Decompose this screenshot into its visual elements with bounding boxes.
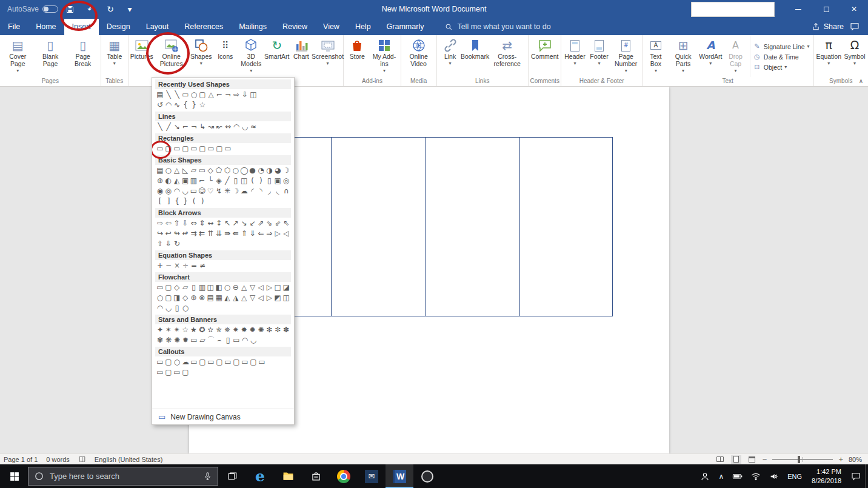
shape-icon[interactable]: ◈ [215, 176, 223, 186]
redo-button[interactable]: ↻ [104, 4, 116, 14]
shape-icon[interactable]: ◑ [265, 165, 273, 176]
volume-icon[interactable] [765, 464, 783, 488]
shape-icon[interactable]: ⊕ [190, 293, 198, 303]
shape-icon[interactable]: ¬ [224, 90, 232, 100]
shape-icon[interactable]: ↭ [224, 122, 232, 132]
bookmark-button[interactable]: Bookmark [462, 36, 488, 77]
shape-icon[interactable]: △ [173, 165, 181, 176]
shape-icon[interactable]: ⬡ [223, 165, 232, 176]
shape-icon[interactable]: ▥ [198, 282, 206, 293]
shape-icon[interactable]: ⌐ [181, 122, 190, 132]
zoom-level[interactable]: 80% [849, 456, 862, 463]
app-icon-edge[interactable]: e [246, 464, 274, 488]
shape-icon[interactable]: ○ [173, 357, 181, 367]
shape-icon[interactable]: ◇ [173, 282, 181, 293]
shape-icon[interactable]: ⇩ [181, 218, 190, 229]
shape-icon[interactable]: ⇔ [190, 218, 198, 229]
shape-icon[interactable]: ✹ [249, 325, 257, 335]
shape-icon[interactable]: ⇨ [156, 218, 164, 229]
shape-icon[interactable]: ☺ [198, 186, 206, 196]
shape-icon[interactable]: ◫ [206, 282, 215, 293]
shape-icon[interactable]: ▭ [173, 367, 181, 378]
shape-icon[interactable]: ∿ [173, 100, 181, 110]
shape-icon[interactable]: ⊕ [156, 176, 164, 186]
shape-icon[interactable]: ≠ [198, 261, 207, 271]
autosave-toggle[interactable]: AutoSave [7, 5, 58, 13]
shape-icon[interactable]: ▯ [224, 335, 232, 346]
shape-icon[interactable]: ▯ [190, 282, 198, 293]
shape-icon[interactable]: ⌒ [207, 335, 215, 346]
shape-icon[interactable]: ◎ [282, 176, 290, 186]
shape-icon[interactable]: ◇ [206, 165, 215, 176]
shape-icon[interactable]: ▭ [173, 144, 181, 154]
shape-icon[interactable]: △ [240, 293, 249, 303]
shape-icon[interactable]: ☽ [282, 165, 290, 176]
undo-button[interactable]: ↶ [85, 4, 97, 14]
shape-icon[interactable]: ∩ [282, 186, 290, 196]
shape-icon[interactable]: ╲ [173, 90, 181, 100]
people-button[interactable] [696, 464, 714, 488]
page-indicator[interactable]: Page 1 of 1 [4, 456, 38, 463]
zoom-slider-thumb[interactable] [798, 456, 800, 463]
show-desktop-button[interactable] [865, 464, 868, 488]
shape-icon[interactable]: ↗ [232, 218, 240, 229]
shape-icon[interactable]: ◁ [257, 293, 265, 303]
shape-icon[interactable]: ( [249, 176, 257, 186]
shape-icon[interactable]: ◞ [265, 186, 273, 196]
shape-icon[interactable]: ⇩ [164, 239, 173, 249]
shape-icon[interactable]: } [190, 100, 198, 110]
shape-icon[interactable]: ▢ [164, 282, 173, 293]
share-button[interactable]: Share [812, 22, 844, 31]
shape-icon[interactable]: ◡ [164, 303, 173, 313]
shape-icon[interactable]: ≈ [249, 122, 258, 132]
shape-icon[interactable]: ▯ [173, 303, 181, 313]
shape-icon[interactable]: ☆ [181, 325, 190, 335]
shape-icon[interactable]: ◠ [241, 335, 249, 346]
shape-icon[interactable]: ▭ [224, 357, 232, 367]
shape-icon[interactable]: ▯ [265, 176, 273, 186]
online-pictures-button[interactable]: Online Pictures [154, 36, 189, 77]
wordart-button[interactable]: A WordArt ▾ [698, 36, 723, 77]
task-view-button[interactable] [218, 464, 246, 488]
shape-icon[interactable]: ◪ [282, 282, 290, 293]
app-icon-other[interactable] [413, 464, 441, 488]
zoom-out-button[interactable]: − [763, 455, 767, 464]
page-break-button[interactable]: ▯ Page Break [67, 36, 99, 77]
drop-cap-button[interactable]: A Drop Cap ▾ [723, 36, 748, 77]
tab-help[interactable]: Help [347, 19, 379, 35]
shape-icon[interactable]: { [173, 196, 181, 207]
shape-icon[interactable]: ⇧ [156, 239, 164, 249]
shape-icon[interactable]: ) [257, 176, 265, 186]
shape-icon[interactable]: ▭ [207, 144, 215, 154]
shape-icon[interactable]: ] [164, 196, 173, 207]
tab-mailings[interactable]: Mailings [231, 19, 275, 35]
shape-icon[interactable]: ◭ [173, 176, 181, 186]
shape-icon[interactable]: ▭ [156, 144, 164, 154]
shape-icon[interactable]: ▦ [215, 293, 223, 303]
minimize-button[interactable] [784, 0, 812, 18]
language-button[interactable]: ENG [783, 464, 806, 488]
shape-icon[interactable]: ✼ [273, 325, 282, 335]
shape-icon[interactable]: ☆ [198, 100, 207, 110]
online-video-button[interactable]: Online Video [402, 36, 435, 77]
shape-icon[interactable]: ▷ [265, 282, 273, 293]
web-layout-button[interactable] [747, 455, 757, 464]
shape-icon[interactable]: △ [207, 90, 215, 100]
shape-icon[interactable]: ▢ [181, 367, 190, 378]
text-box-button[interactable]: A Text Box ▾ [644, 36, 668, 77]
shape-icon[interactable]: ⇧ [173, 218, 181, 229]
shape-icon[interactable]: ○ [181, 303, 190, 313]
shape-icon[interactable]: ▣ [273, 176, 282, 186]
shape-icon[interactable]: ✴ [173, 325, 181, 335]
shape-icon[interactable]: ¬ [190, 122, 198, 132]
shape-icon[interactable]: ✺ [173, 335, 181, 346]
object-button[interactable]: ⊡ Object ▾ [753, 63, 810, 71]
shape-icon[interactable]: ▢ [164, 293, 173, 303]
header-button[interactable]: Header ▾ [563, 36, 587, 77]
shape-icon[interactable]: ◠ [232, 122, 241, 132]
pictures-button[interactable]: Pictures [130, 36, 154, 77]
shape-icon[interactable]: ▢ [232, 357, 241, 367]
shape-icon[interactable]: ▭ [198, 165, 206, 176]
shape-icon[interactable]: ⌐ [198, 176, 206, 186]
shape-icon[interactable]: [ [156, 196, 164, 207]
